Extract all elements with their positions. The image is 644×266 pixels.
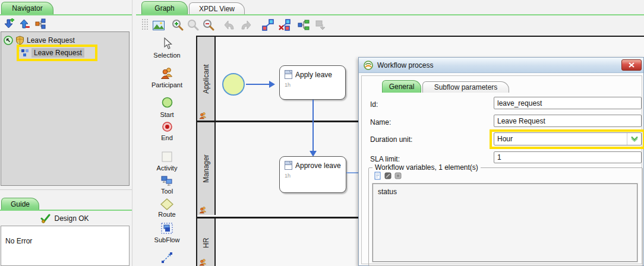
tree-item-process[interactable]: Leave Request: [21, 48, 84, 58]
subflow-icon: [161, 223, 173, 234]
activity-duration: 1h: [285, 173, 291, 179]
route-diamond-icon: [160, 198, 173, 210]
edit-variable-icon[interactable]: [384, 172, 392, 180]
lane-manager-label: Manager: [202, 154, 210, 182]
guide-message: No Error: [5, 237, 32, 245]
tab-general[interactable]: General: [382, 80, 421, 93]
insert-down-arrow-icon[interactable]: [3, 17, 16, 30]
application-window: Navigator: [0, 0, 644, 266]
sla-limit-label: SLA limit:: [370, 155, 400, 163]
dialog-titlebar[interactable]: Workflow process: [359, 58, 643, 73]
dialog-title: Workflow process: [377, 61, 433, 69]
palette-end[interactable]: [138, 122, 196, 132]
export-icon[interactable]: [314, 18, 327, 31]
remove-up-arrow-icon: [20, 18, 30, 29]
tab-graph[interactable]: Graph: [141, 1, 188, 14]
start-event-node[interactable]: [222, 73, 245, 96]
image-icon: [153, 21, 165, 30]
zoom-out-icon[interactable]: [202, 18, 215, 31]
remove-association-icon[interactable]: [278, 18, 291, 31]
id-field[interactable]: leave_request: [494, 97, 642, 109]
xpdl-tab-label: XPDL View: [199, 5, 235, 13]
document-icon: [285, 70, 292, 79]
sla-limit-value: 1: [497, 153, 501, 162]
duration-unit-label: Duration unit:: [370, 135, 412, 144]
activity-apply-leave[interactable]: Apply leave 1h: [279, 65, 346, 100]
lane-header-applicant[interactable]: Applicant: [197, 37, 216, 121]
activity-approve-leave[interactable]: Approve leave 1h: [279, 156, 346, 193]
palette-activity-label: Activity: [138, 164, 196, 172]
participants-icon: [198, 258, 207, 266]
redo-icon[interactable]: [239, 18, 252, 31]
tool-screens-icon: [161, 176, 173, 186]
combo-dropdown-button[interactable]: [627, 133, 641, 145]
name-label: Name:: [370, 118, 391, 126]
insert-down-arrow-icon: [4, 18, 15, 29]
duration-unit-value: Hour: [494, 135, 627, 143]
zoom-cursor-icon: [187, 19, 199, 31]
layout-tree-icon: [298, 20, 310, 30]
document-icon: [285, 161, 292, 170]
name-value: Leave Request: [497, 117, 545, 125]
cursor-icon: [161, 37, 173, 50]
tree-view-icon[interactable]: [34, 17, 47, 30]
add-association-icon: [261, 19, 274, 31]
palette-start-label: Start: [138, 111, 196, 118]
variables-toolbar: [374, 172, 402, 180]
palette-subflow-label: SubFlow: [138, 236, 196, 243]
delete-variable-icon[interactable]: [394, 172, 402, 180]
design-status-label: Design OK: [54, 214, 89, 223]
undo-icon[interactable]: [223, 18, 236, 31]
palette-transition[interactable]: [138, 252, 196, 264]
tab-guide[interactable]: Guide: [1, 198, 39, 210]
workspace-tab-underline: [136, 14, 644, 15]
tree-item-package[interactable]: Leave Request: [4, 36, 75, 45]
variable-item[interactable]: status: [373, 184, 637, 196]
image-icon[interactable]: [152, 19, 165, 32]
toolbar-grip-handle[interactable]: [141, 18, 149, 30]
design-status-row: Design OK: [0, 213, 130, 224]
palette-selection-label: Selection: [138, 52, 196, 59]
lane-header-hr[interactable]: HR: [197, 218, 216, 266]
palette-end-label: End: [138, 134, 196, 141]
zoom-cursor-icon[interactable]: [187, 18, 200, 31]
palette-tool[interactable]: [138, 176, 196, 186]
tree-root-label: Leave Request: [27, 36, 75, 45]
general-tab-label: General: [389, 83, 415, 91]
add-association-icon[interactable]: [261, 18, 274, 31]
new-variable-icon[interactable]: [374, 172, 382, 180]
package-root-icon: [4, 36, 13, 45]
transition-start-apply[interactable]: [246, 84, 270, 85]
start-circle-icon: [162, 97, 173, 108]
close-icon: [629, 62, 634, 68]
end-circle-icon: [162, 122, 172, 132]
tab-navigator[interactable]: Navigator: [1, 2, 53, 14]
transition-apply-approve[interactable]: [312, 100, 314, 151]
palette-activity[interactable]: [138, 151, 196, 162]
tab-xpdl-view[interactable]: XPDL View: [189, 2, 245, 14]
close-button[interactable]: [621, 59, 642, 71]
name-field[interactable]: Leave Request: [494, 115, 642, 127]
panel-splitter[interactable]: [132, 0, 132, 266]
variables-list[interactable]: status: [372, 183, 637, 262]
export-icon: [314, 20, 326, 30]
redo-icon: [239, 20, 251, 30]
guide-tab-underline: [0, 210, 132, 211]
remove-up-arrow-icon[interactable]: [18, 17, 31, 30]
palette-route[interactable]: [138, 198, 196, 210]
layout-tree-icon[interactable]: [297, 18, 310, 31]
palette-participant[interactable]: [138, 66, 196, 80]
lane-hr-label: HR: [202, 238, 210, 248]
palette-selection[interactable]: [138, 37, 196, 50]
sla-limit-field[interactable]: 1: [494, 151, 642, 163]
palette-participant-label: Participant: [138, 81, 196, 88]
lane-header-manager[interactable]: Manager: [197, 122, 216, 215]
palette-subflow[interactable]: [138, 223, 196, 234]
tab-subflow-parameters[interactable]: Subflow parameters: [422, 81, 509, 93]
duration-unit-combo[interactable]: Hour: [494, 132, 642, 145]
palette-start[interactable]: [138, 97, 196, 108]
remove-association-icon: [278, 19, 291, 31]
zoom-in-icon[interactable]: [171, 18, 184, 31]
id-label: Id:: [370, 100, 378, 109]
participants-icon: [198, 206, 207, 214]
